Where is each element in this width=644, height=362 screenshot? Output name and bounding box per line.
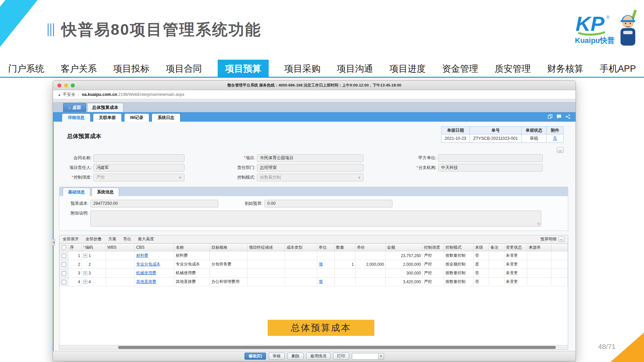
footer-button[interactable]: 打印 — [333, 353, 349, 360]
grid-cell: 否 — [474, 278, 489, 286]
nav-item[interactable]: 客户关系 — [60, 61, 98, 77]
grid-cell: +1 — [82, 251, 106, 260]
field-value: 冯建军 — [96, 165, 109, 171]
form-input[interactable] — [438, 154, 543, 162]
grid-collapse-icon[interactable]: ︽ — [558, 237, 565, 242]
collapse-header-button[interactable]: ︽ — [557, 147, 564, 153]
footer-button[interactable]: 被用情况 — [306, 353, 330, 360]
form-input[interactable]: 冯建军 — [93, 164, 184, 172]
field-label: 责任部门: — [217, 165, 257, 171]
nav-item[interactable]: 财务核算 — [546, 61, 584, 77]
chat-icon[interactable] — [556, 114, 561, 119]
nav-item[interactable]: 手机APP — [599, 61, 637, 77]
initial-budget-field: 初始预算: 0.00 — [232, 200, 392, 207]
panel-collapse-handle[interactable]: ◀ — [52, 239, 55, 246]
grid-cell — [356, 269, 386, 278]
grid-cell: 按数量控制 — [444, 251, 474, 260]
cbs-link[interactable]: 专业分包成本 — [136, 262, 160, 266]
url-bar[interactable]: ▲ 不安全 | oa.kuaipu.com.cn :2198/WebEnterp… — [53, 90, 576, 99]
basic-tab[interactable]: 系统信息 — [92, 188, 119, 196]
nav-item[interactable]: 项目合同 — [165, 61, 203, 77]
grid-cell — [335, 251, 356, 260]
nav-item[interactable]: 项目进度 — [389, 61, 426, 77]
grid-cell — [106, 260, 135, 269]
row-checkbox[interactable] — [62, 280, 66, 284]
nav-item[interactable]: 项目沟通 — [336, 61, 374, 77]
url-path[interactable]: :2198/WebEnterprise/newmain.aspx — [117, 92, 184, 97]
grid-toolbar-link[interactable]: 导出 — [123, 236, 131, 242]
grid-toolbar-link[interactable]: 最大高度 — [138, 236, 154, 242]
scrollbar-thumb[interactable] — [118, 346, 556, 349]
app-tab[interactable]: ⌂桌面 — [63, 103, 86, 112]
nav-item[interactable]: 项目采购 — [284, 61, 321, 77]
select-all-checkbox[interactable] — [62, 245, 66, 250]
detail-tab[interactable]: 关联单据 — [93, 113, 122, 122]
grid-toolbar-link[interactable]: 全部展开 — [63, 236, 79, 242]
initial-budget-input[interactable]: 0.00 — [264, 200, 392, 207]
grid-cell — [60, 269, 68, 278]
attachment-link[interactable]: 无 — [553, 136, 557, 141]
grid-cell — [285, 251, 317, 260]
grid-cell — [489, 260, 504, 269]
footer-button[interactable]: 删除 — [287, 353, 304, 360]
cascade-windows-icon[interactable] — [548, 114, 552, 119]
grid-cell — [248, 278, 285, 286]
detail-bar-actions — [548, 114, 570, 119]
row-checkbox[interactable] — [62, 254, 66, 258]
nav-item[interactable]: 项目投标 — [112, 61, 150, 77]
form-select[interactable]: 严控∨ — [93, 174, 184, 181]
basic-tab[interactable]: 基础信息 — [63, 188, 90, 196]
grid-cell — [527, 251, 551, 260]
url-host[interactable]: oa.kuaipu.com.cn — [82, 92, 117, 97]
cbs-link[interactable]: 其他直接费 — [136, 279, 156, 284]
app-tab[interactable]: 总体预算成本 — [87, 103, 123, 112]
detail-tab[interactable]: IM记录 — [124, 113, 149, 122]
grid-cell-filler — [551, 269, 568, 278]
nav-item[interactable]: 质安管理 — [494, 61, 531, 77]
chevron-down-icon: ∨ — [179, 175, 181, 180]
note-textarea[interactable] — [90, 210, 541, 227]
grid-cell-filler — [551, 278, 568, 286]
detail-tab[interactable]: 详细信息 — [62, 113, 91, 122]
nav-item[interactable]: 门户系统 — [7, 61, 45, 77]
share-icon[interactable] — [566, 114, 570, 119]
detail-tab[interactable]: 系统日志 — [152, 113, 180, 122]
form-select[interactable]: 按数量控制∨ — [257, 174, 364, 181]
cbs-link[interactable]: 机械使用费 — [136, 270, 156, 275]
main-nav: 门户系统客户关系项目投标项目合同项目预算项目采购项目沟通项目进度资金管理质安管理… — [0, 61, 644, 78]
row-checkbox[interactable] — [62, 262, 66, 267]
grid-toolbar-link[interactable]: 全部折叠 — [86, 236, 102, 242]
dropdown-arrow-icon[interactable]: ▼ — [378, 353, 384, 359]
slide-page-number: 48/71 — [598, 343, 616, 351]
horizontal-scrollbar[interactable] — [59, 345, 568, 349]
form-input[interactable]: 市民体育公园项目 — [257, 154, 364, 162]
form-input[interactable] — [93, 154, 184, 162]
form-input[interactable]: 中天科技 — [438, 164, 543, 172]
expand-icon[interactable]: + — [83, 254, 87, 258]
field-value: 按数量控制 — [260, 175, 281, 180]
form-input[interactable]: 总经理室 — [257, 164, 364, 172]
footer-button[interactable]: 审核 — [269, 353, 285, 360]
table-row: 22专业分包成本专业分包成本分包劳务费项12,000,0002,000,000严… — [60, 260, 568, 269]
nav-item[interactable]: 资金管理 — [441, 61, 479, 77]
budget-cost-input[interactable]: 29477250.00 — [90, 200, 218, 207]
grid-toolbar-link[interactable]: 方案 — [108, 236, 116, 242]
unit-link[interactable]: 项 — [319, 262, 323, 266]
field-label: 项目责任人: — [59, 165, 93, 171]
grid-cell — [527, 278, 551, 286]
expand-icon[interactable]: + — [83, 280, 87, 284]
grid-cell: 未变更 — [504, 251, 527, 260]
field-label: *控制强度: — [59, 175, 93, 180]
cbs-link[interactable]: 材料费 — [136, 253, 148, 258]
row-checkbox[interactable] — [62, 271, 66, 276]
grid-cell — [248, 260, 285, 269]
grid-column-header: 金额 — [386, 244, 423, 251]
expand-icon[interactable]: + — [83, 271, 87, 275]
unit-link[interactable]: 项 — [319, 279, 323, 284]
doc-table-value: 2021-10-23 — [441, 134, 470, 143]
footer-dropdown[interactable]: ▼ — [352, 353, 384, 360]
nav-item[interactable]: 项目预算 — [218, 60, 269, 78]
grid-toolbar: 全部展开全部折叠方案导出最大高度 预算明细 ︽ — [59, 235, 568, 243]
footer-button[interactable]: 修改(E) — [245, 353, 266, 360]
security-label[interactable]: 不安全 — [63, 92, 75, 98]
